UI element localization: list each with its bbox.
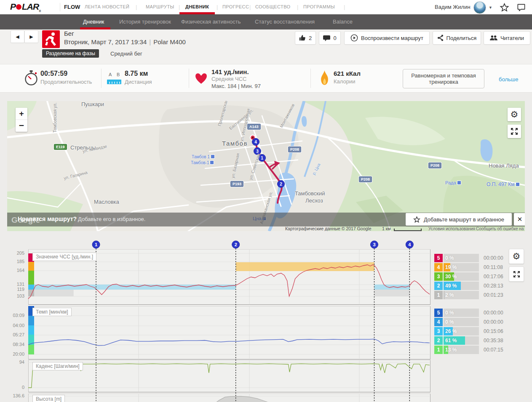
map-label-town: Масловка — [94, 199, 119, 205]
map-label-forest: Тамбовский — [295, 190, 325, 197]
favorites-star-icon[interactable] — [500, 3, 509, 14]
y-axis-tick: 20:00 — [0, 351, 24, 357]
y-axis-tick: 164 — [0, 268, 24, 273]
route-a-label: А — [109, 72, 112, 77]
readers-button[interactable]: Читатели — [484, 31, 530, 45]
nav-item-progress[interactable]: ПРОГРЕСС — [222, 4, 249, 9]
svg-text:2: 2 — [235, 242, 237, 247]
nav-item-routes[interactable]: МАРШРУТЫ — [146, 4, 174, 9]
share-button[interactable]: Поделиться — [433, 31, 481, 45]
close-icon[interactable]: ✕ — [514, 213, 525, 226]
y-axis-tick: 103 — [0, 293, 24, 298]
zone-time: 00:15:06 — [484, 327, 503, 335]
add-route-favorite-button[interactable]: Добавьте маршрут в избранное — [406, 213, 512, 226]
avg-hr-label: Средняя ЧСС — [211, 76, 246, 82]
map-label-town: Новая Ляда — [489, 162, 519, 169]
expand-icon — [513, 271, 520, 278]
device-name: Polar M400 — [153, 38, 186, 45]
y-axis-tick: 136.6 — [0, 393, 24, 398]
zoom-in-button[interactable]: + — [16, 108, 27, 120]
nav-flow[interactable]: FLOW — [64, 4, 80, 10]
divider — [60, 3, 60, 11]
map-street-label: Тамбовская ул. — [53, 103, 57, 133]
ruler-icon — [107, 79, 121, 86]
tab-balance[interactable]: Balance — [333, 19, 353, 25]
star-icon — [413, 216, 420, 223]
y-axis-tick: 08:34 — [0, 342, 24, 347]
y-axis-tick: 04:00 — [0, 323, 24, 328]
hr-minmax: Макс. 184 | Мин. 97 — [211, 83, 261, 89]
map-terms-link[interactable]: Условия использования — [428, 226, 475, 231]
tab-physical-activity[interactable]: Физическая активность — [181, 19, 241, 25]
cadence-chart-plot[interactable] — [28, 360, 430, 392]
nav-item-programs[interactable]: ПРОГРАММЫ — [303, 4, 335, 9]
chart-fullscreen-button[interactable] — [509, 266, 524, 282]
phase-split-badge[interactable]: Разделение на фазы — [42, 49, 99, 58]
duration-value: 00:57:59 — [40, 70, 67, 77]
avatar[interactable] — [473, 1, 486, 14]
altitude-chart-legend: Высота [m] — [32, 395, 65, 402]
svg-text:1: 1 — [95, 242, 97, 247]
zone-time: 00:00:00 — [484, 254, 503, 262]
map-attribution: Картографические данные © 2017 Google — [285, 226, 372, 231]
zone-time: 00:28:13 — [484, 282, 503, 290]
polar-logo[interactable]: PLAR® — [10, 2, 40, 13]
zone-time: 00:35:38 — [484, 336, 503, 345]
zone-time: 00:00:00 — [484, 318, 503, 326]
divider — [189, 69, 189, 88]
avg-hr-value: 141 уд./мин. — [211, 68, 249, 75]
duration-label: Продолжительность — [40, 79, 92, 85]
like-count: 2 — [309, 35, 312, 41]
y-axis-tick: 0 — [0, 385, 24, 390]
map-label-station: О.П. 497 Км — [487, 181, 520, 187]
map-zoom-control: + − — [16, 108, 27, 132]
y-axis-tick: 205 — [0, 250, 24, 256]
comments-button[interactable]: 0 — [319, 31, 341, 45]
chevron-down-icon[interactable]: ▼ — [489, 5, 492, 10]
pace-zone-row: 1 13 % 00:07:15 — [434, 346, 531, 354]
distance-value: 8.75 км — [125, 70, 148, 77]
nav-item-diary[interactable]: ДНЕВНИК — [185, 4, 209, 9]
divider — [310, 69, 311, 88]
nav-separator: | — [179, 4, 180, 10]
y-axis-tick: 94 — [0, 359, 24, 365]
chart-settings-button[interactable]: ⚙ — [509, 249, 524, 264]
summary-stats-bar: 00:57:59 Продолжительность А В 8.75 км Д… — [0, 64, 532, 93]
next-session-button[interactable]: ▶ — [24, 30, 38, 43]
tab-recovery-status[interactable]: Статус восстановления — [255, 19, 315, 25]
map-label-station: Тамбов 1 — [192, 154, 215, 159]
pace-zone-row: 4 0 % 00:00:00 — [434, 318, 531, 326]
pace-chart-plot[interactable] — [28, 306, 430, 359]
map-scale-label: 1 км — [382, 226, 391, 231]
nav-item-community[interactable]: СООБЩЕСТВО — [255, 4, 291, 9]
zone-time: 00:11:08 — [484, 263, 503, 272]
prev-session-button[interactable]: ◀ — [11, 30, 24, 43]
map-report-link[interactable]: Сообщить об ошибке на карте — [476, 226, 525, 231]
more-link[interactable]: больше — [499, 76, 518, 83]
user-name[interactable]: Вадим Жилин — [435, 4, 471, 10]
zone-time: 00:01:23 — [484, 291, 503, 299]
active-tab-underline — [80, 27, 110, 29]
nav-item-news-feed[interactable]: ЛЕНТА НОВОСТЕЙ — [85, 4, 129, 9]
zoom-out-button[interactable]: − — [16, 120, 27, 132]
route-b-label: В — [117, 72, 120, 77]
tab-diary[interactable]: Дневник — [83, 19, 104, 25]
nav-separator: | — [249, 4, 251, 10]
svg-text:3: 3 — [373, 242, 375, 247]
pace-chart-legend: Темп [мин/км] — [32, 308, 72, 316]
replay-route-button[interactable]: Воспроизвести маршрут — [344, 31, 430, 45]
map-settings-button[interactable]: ⚙ — [508, 108, 521, 121]
pace-zone-row: 2 61 % 00:35:38 — [434, 336, 531, 345]
zone-time: 00:07:15 — [484, 346, 503, 354]
like-button[interactable]: 2 — [295, 31, 316, 45]
training-benefit-button[interactable]: Равномерная и темповая тренировка — [403, 69, 484, 88]
route-map[interactable]: 4312 Пушкари Тамбов Стрельцы Масловка Та… — [7, 101, 525, 231]
map-fullscreen-button[interactable] — [508, 125, 521, 138]
road-badge: Р208 — [428, 162, 441, 168]
cadence-chart-legend: Каденс [Шаги/мин] — [32, 362, 83, 370]
map-label-station: Тамбов-1 — [191, 160, 214, 165]
tab-training-history[interactable]: История тренировок — [119, 19, 171, 25]
nav-separator: | — [136, 4, 137, 10]
messages-icon[interactable] — [516, 3, 526, 14]
altitude-chart-plot[interactable] — [28, 394, 430, 402]
